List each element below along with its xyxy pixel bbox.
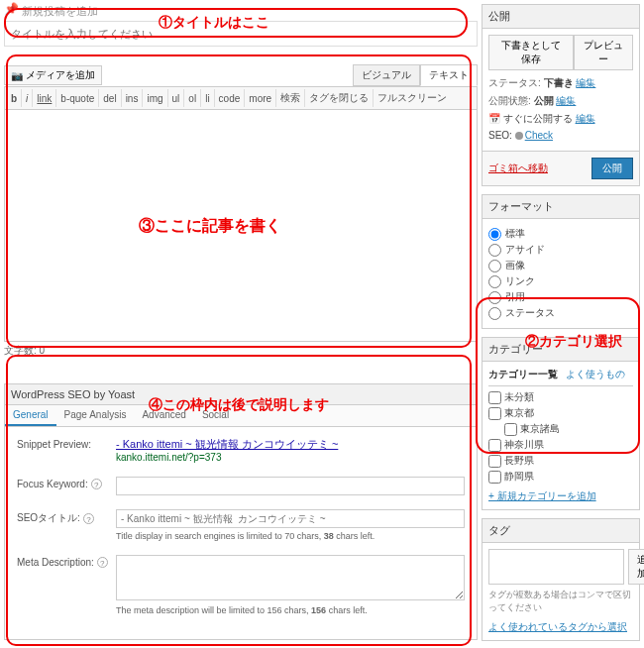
help-icon[interactable]: ? — [83, 513, 94, 524]
word-count: 文字数: 0 — [4, 344, 478, 358]
edit-status-link[interactable]: 編集 — [576, 77, 595, 88]
add-category-link[interactable]: + 新規カテゴリーを追加 — [488, 489, 633, 503]
categories-panel: カテゴリー カテゴリー一覧 よく使うもの 未分類 東京都 東京諸島 神奈川県 長… — [482, 337, 640, 510]
tag-input[interactable] — [488, 549, 624, 585]
cat-checkbox[interactable] — [504, 423, 517, 436]
seo-tab-social[interactable]: Social — [194, 405, 237, 426]
add-media-label: メディアを追加 — [26, 68, 95, 82]
seo-focus-keyword-input[interactable] — [116, 477, 465, 495]
tbtn-del[interactable]: del — [99, 89, 121, 107]
choose-tags-link[interactable]: よく使われているタグから選択 — [488, 620, 633, 634]
publish-title: 公開 — [483, 5, 639, 29]
tbtn-img[interactable]: img — [143, 89, 167, 107]
format-label: リンク — [505, 274, 535, 288]
schedule-label: すぐに公開する — [503, 113, 573, 124]
seo-tab-general[interactable]: General — [5, 405, 56, 426]
format-label: 引用 — [505, 290, 525, 304]
tbtn-closetags[interactable]: タグを閉じる — [305, 89, 374, 107]
seo-snippet-title: - Kanko ittemi ~ 観光情報 カンコウイッテミ ~ — [116, 437, 465, 452]
seo-meta-note: The meta description will be limited to … — [116, 605, 465, 615]
format-panel: フォーマット 標準 アサイド 画像 リンク 引用 ステータス — [482, 194, 640, 329]
tbtn-bold[interactable]: b — [7, 89, 22, 107]
format-label: 標準 — [505, 227, 525, 241]
format-radio-aside[interactable] — [488, 244, 501, 257]
cat-checkbox[interactable] — [488, 407, 501, 420]
format-radio-status[interactable] — [488, 307, 501, 320]
tbtn-bquote[interactable]: b-quote — [56, 89, 99, 107]
tbtn-search[interactable]: 検索 — [276, 89, 305, 107]
seo-title-label: SEOタイトル: — [17, 511, 80, 525]
add-media-button[interactable]: 📷 メディアを追加 — [4, 65, 102, 85]
status-value: 下書き — [544, 77, 574, 88]
seo-meta-label: Meta Description: — [17, 557, 94, 568]
format-radio-quote[interactable] — [488, 291, 501, 304]
seo-header: WordPress SEO by Yoast — [5, 384, 477, 405]
cat-tab-used[interactable]: よく使うもの — [566, 368, 625, 381]
seo-status-icon — [515, 132, 523, 140]
format-label: ステータス — [505, 306, 555, 320]
editor-toolbar: b i link b-quote del ins img ul ol li co… — [4, 86, 478, 110]
tbtn-link[interactable]: link — [33, 89, 56, 107]
move-to-trash-link[interactable]: ゴミ箱へ移動 — [488, 162, 548, 175]
tags-panel: タグ 追加 タグが複数ある場合はコンマで区切ってください よく使われているタグか… — [482, 518, 640, 641]
tbtn-code[interactable]: code — [215, 89, 246, 107]
tab-text[interactable]: テキスト — [420, 64, 478, 86]
publish-panel: 公開 下書きとして保存 プレビュー ステータス: 下書き 編集 公開状態: 公開… — [482, 4, 640, 186]
cat-label: 未分類 — [504, 390, 534, 404]
seo-metabox: WordPress SEO by Yoast General Page Anal… — [4, 383, 478, 640]
status-label: ステータス: — [488, 77, 541, 88]
seo-check-link[interactable]: Check — [525, 130, 553, 141]
cat-label: 静岡県 — [504, 470, 534, 484]
cat-checkbox[interactable] — [488, 455, 501, 468]
editor-textarea[interactable] — [4, 110, 478, 342]
seo-meta-textarea[interactable] — [116, 555, 465, 600]
cat-tab-all[interactable]: カテゴリー一覧 — [488, 368, 558, 381]
format-label: アサイド — [505, 243, 545, 257]
tags-title: タグ — [483, 519, 639, 543]
seo-tab-page-analysis[interactable]: Page Analysis — [56, 405, 135, 426]
seo-focus-label: Focus Keyword: — [17, 479, 88, 489]
format-label: 画像 — [505, 259, 525, 272]
tbtn-fullscreen[interactable]: フルスクリーン — [374, 89, 451, 107]
seo-label: SEO: — [488, 130, 512, 141]
post-title-input[interactable] — [4, 21, 478, 47]
tbtn-italic[interactable]: i — [22, 89, 33, 107]
tbtn-ins[interactable]: ins — [122, 89, 144, 107]
format-radio-image[interactable] — [488, 260, 501, 272]
categories-title: カテゴリー — [483, 338, 639, 362]
visibility-label: 公開状態: — [488, 95, 531, 106]
seo-tab-advanced[interactable]: Advanced — [134, 405, 193, 426]
seo-title-note: Title display in search engines is limit… — [116, 531, 465, 541]
save-draft-button[interactable]: 下書きとして保存 — [488, 35, 574, 70]
visibility-value: 公開 — [534, 95, 554, 106]
cat-checkbox[interactable] — [488, 391, 501, 404]
tbtn-ul[interactable]: ul — [168, 89, 185, 107]
tag-note: タグが複数ある場合はコンマで区切ってください — [488, 589, 633, 614]
cat-label: 東京都 — [504, 406, 534, 420]
calendar-icon: 📅 — [488, 113, 500, 124]
publish-button[interactable]: 公開 — [591, 158, 633, 179]
format-radio-link[interactable] — [488, 275, 501, 288]
help-icon[interactable]: ? — [97, 557, 108, 568]
tbtn-more[interactable]: more — [245, 89, 276, 107]
cat-label: 長野県 — [504, 454, 534, 468]
camera-icon: 📷 — [11, 70, 23, 81]
cat-checkbox[interactable] — [488, 471, 501, 484]
tbtn-li[interactable]: li — [201, 89, 214, 107]
seo-snippet-label: Snippet Preview: — [17, 437, 116, 450]
page-heading: 新規投稿を追加 — [4, 4, 478, 19]
seo-title-input[interactable] — [116, 509, 465, 528]
seo-snippet-url: kanko.ittemi.net/?p=373 — [116, 452, 465, 463]
cat-label: 東京諸島 — [520, 422, 560, 436]
edit-visibility-link[interactable]: 編集 — [556, 95, 576, 106]
format-title: フォーマット — [483, 195, 639, 219]
cat-checkbox[interactable] — [488, 439, 501, 452]
tab-visual[interactable]: ビジュアル — [353, 64, 420, 86]
add-tag-button[interactable]: 追加 — [628, 549, 644, 585]
help-icon[interactable]: ? — [91, 479, 102, 489]
tbtn-ol[interactable]: ol — [184, 89, 201, 107]
format-radio-standard[interactable] — [488, 228, 501, 241]
preview-button[interactable]: プレビュー — [574, 35, 633, 70]
cat-label: 神奈川県 — [504, 438, 544, 452]
edit-schedule-link[interactable]: 編集 — [576, 113, 595, 124]
